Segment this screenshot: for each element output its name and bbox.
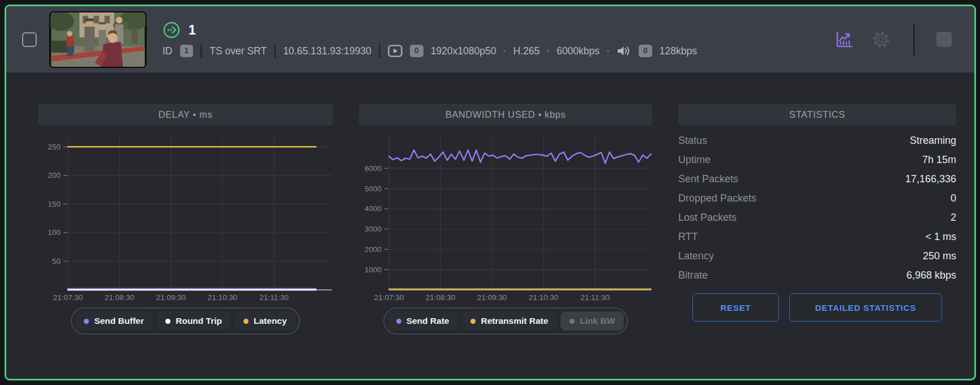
bandwidth-panel: BANDWIDTH USED • kbps 100020003000400050… <box>359 104 652 335</box>
statistics-area: DELAY • ms 5010015020025021:07:3021:08:3… <box>6 72 974 335</box>
stat-value: 7h 15m <box>922 154 956 166</box>
legend-label: Send Rate <box>406 316 450 326</box>
dot-separator <box>607 50 609 52</box>
header-divider <box>913 24 915 55</box>
id-label: ID <box>162 45 173 57</box>
stat-row-bitrate: Bitrate6,968 kbps <box>678 266 956 285</box>
legend-item-round-trip[interactable]: Round Trip <box>156 311 231 331</box>
stat-label: Status <box>678 135 707 147</box>
legend-pill: Send BufferRound TripLatency <box>71 307 299 335</box>
stat-row-dropped-packets: Dropped Packets0 <box>678 189 956 208</box>
stream-address: 10.65.131.93:19930 <box>283 45 371 57</box>
legend-item-link-bw[interactable]: Link BW <box>560 311 624 331</box>
separator <box>274 44 276 58</box>
video-thumbnail[interactable] <box>49 11 147 68</box>
stat-label: Uptime <box>678 154 711 166</box>
video-bitrate: 6000kbps <box>557 45 600 57</box>
audio-program-badge: 0 <box>639 45 652 57</box>
svg-text:5000: 5000 <box>365 185 382 193</box>
svg-text:6000: 6000 <box>365 164 382 173</box>
delay-panel: DELAY • ms 5010015020025021:07:3021:08:3… <box>38 104 333 335</box>
legend-dot <box>84 319 89 324</box>
stat-label: Latency <box>678 250 714 262</box>
svg-text:21:11:30: 21:11:30 <box>259 293 289 302</box>
legend-dot <box>470 319 476 324</box>
stat-row-lost-packets: Lost Packets2 <box>678 208 956 227</box>
stat-value: Streaming <box>910 135 956 147</box>
legend-item-send-rate[interactable]: Send Rate <box>387 311 459 331</box>
separator <box>200 44 202 58</box>
dot-separator <box>547 50 549 52</box>
legend-label: Link BW <box>580 316 615 326</box>
header-actions <box>833 24 952 55</box>
svg-text:21:08:30: 21:08:30 <box>426 293 456 302</box>
stat-row-rtt: RTT< 1 ms <box>678 227 956 246</box>
svg-text:21:10:30: 21:10:30 <box>208 293 238 302</box>
stream-info: 1 ID 1 TS over SRT 10.65.131.93:19930 0 … <box>162 21 697 58</box>
delay-chart: 5010015020025021:07:3021:08:3021:09:3021… <box>38 126 333 303</box>
statistics-toggle-button[interactable] <box>833 28 855 51</box>
audio-bitrate: 128kbps <box>660 45 697 57</box>
svg-text:21:09:30: 21:09:30 <box>477 293 507 302</box>
legend-item-latency[interactable]: Latency <box>234 311 296 331</box>
reset-button[interactable]: RESET <box>692 293 779 322</box>
statistics-rows: StatusStreamingUptime7h 15mSent Packets1… <box>678 131 956 285</box>
play-icon <box>388 45 403 57</box>
gear-icon <box>870 29 892 50</box>
detailed-statistics-button[interactable]: DETAILED STATISTICS <box>789 293 942 322</box>
svg-text:50: 50 <box>52 257 61 266</box>
settings-button[interactable] <box>870 29 892 50</box>
svg-text:2000: 2000 <box>365 245 382 254</box>
legend-dot <box>243 319 249 324</box>
stat-label: Lost Packets <box>678 212 737 224</box>
bandwidth-panel-header: BANDWIDTH USED • kbps <box>359 104 652 126</box>
dot-separator <box>503 50 506 52</box>
delay-chart-legend: Send BufferRound TripLatency <box>38 307 333 335</box>
srt-connected-icon <box>162 21 181 39</box>
video-codec: H.265 <box>513 45 540 57</box>
stream-card: 1 ID 1 TS over SRT 10.65.131.93:19930 0 … <box>5 5 976 380</box>
legend-item-send-buffer[interactable]: Send Buffer <box>75 311 153 331</box>
statistics-buttons: RESET DETAILED STATISTICS <box>678 293 956 322</box>
stat-value: 6,968 kbps <box>906 270 956 281</box>
svg-text:4000: 4000 <box>365 204 382 213</box>
legend-label: Send Buffer <box>94 316 144 326</box>
svg-text:100: 100 <box>48 228 61 237</box>
stat-value: 17,166,336 <box>905 173 956 185</box>
svg-text:21:10:30: 21:10:30 <box>529 293 559 302</box>
statistics-panel: STATISTICS StatusStreamingUptime7h 15mSe… <box>678 104 956 335</box>
legend-label: Retransmit Rate <box>481 316 548 326</box>
svg-text:3000: 3000 <box>365 225 382 233</box>
stop-button[interactable] <box>936 32 952 47</box>
legend-dot <box>570 319 575 324</box>
legend-pill: Send RateRetransmit RateLink BW <box>383 307 628 335</box>
stat-label: Sent Packets <box>678 173 738 185</box>
legend-label: Round Trip <box>176 316 222 326</box>
statistics-panel-header: STATISTICS <box>678 104 956 126</box>
stream-header: 1 ID 1 TS over SRT 10.65.131.93:19930 0 … <box>6 6 974 72</box>
stat-label: Dropped Packets <box>678 192 756 204</box>
svg-text:250: 250 <box>48 143 61 151</box>
svg-text:21:07:30: 21:07:30 <box>374 293 404 302</box>
delay-panel-header: DELAY • ms <box>38 104 333 126</box>
video-resolution: 1920x1080p50 <box>431 45 497 57</box>
stat-value: 250 ms <box>923 250 956 262</box>
legend-label: Latency <box>254 316 287 326</box>
svg-text:21:09:30: 21:09:30 <box>156 293 186 302</box>
stat-row-status: StatusStreaming <box>678 131 956 150</box>
stat-value: < 1 ms <box>925 231 956 243</box>
chart-icon <box>833 28 855 51</box>
svg-text:21:08:30: 21:08:30 <box>105 293 135 302</box>
legend-dot <box>396 319 401 324</box>
stream-name: 1 <box>189 23 196 38</box>
stat-label: RTT <box>678 231 698 243</box>
svg-text:21:07:30: 21:07:30 <box>53 293 83 302</box>
svg-text:21:11:30: 21:11:30 <box>580 293 610 302</box>
svg-text:150: 150 <box>48 200 61 208</box>
svg-text:1000: 1000 <box>365 266 382 274</box>
select-checkbox[interactable] <box>22 32 37 47</box>
protocol-label: TS over SRT <box>209 45 267 57</box>
stat-row-sent-packets: Sent Packets17,166,336 <box>678 169 956 189</box>
stat-row-latency: Latency250 ms <box>678 246 956 266</box>
legend-item-retransmit-rate[interactable]: Retransmit Rate <box>461 311 557 331</box>
